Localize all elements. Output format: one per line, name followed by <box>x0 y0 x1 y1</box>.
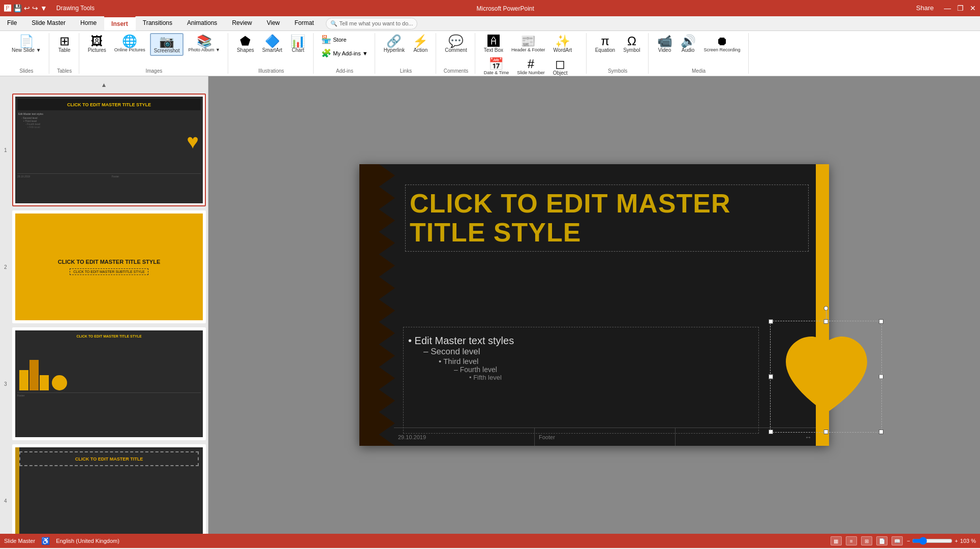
tab-animations[interactable]: Animations <box>180 16 225 30</box>
smartart-button[interactable]: 🔷 SmartArt <box>259 33 286 55</box>
my-addins-icon: 🧩 <box>321 48 331 58</box>
action-button[interactable]: ⚡ Action <box>409 33 432 55</box>
chart-button[interactable]: 📊 Chart <box>287 33 309 55</box>
ribbon-tabs: File Slide Master Home Insert Transition… <box>0 16 980 31</box>
new-slide-button[interactable]: 📄 New Slide ▼ <box>8 33 45 55</box>
tab-file[interactable]: File <box>0 16 24 30</box>
title-bar: 🅿 💾 ↩ ↪ ▼ Drawing Tools Microsoft PowerP… <box>0 0 980 16</box>
view-notes-button[interactable]: 📄 <box>876 536 887 545</box>
restore-button[interactable]: ❐ <box>957 4 964 12</box>
slide-thumb-3[interactable]: 3 CLICK TO EDIT MASTER TITLE STYLE Foote… <box>12 327 206 440</box>
online-pictures-icon: 🌐 <box>122 35 137 47</box>
close-button[interactable]: ✕ <box>970 4 976 12</box>
tab-slide-master[interactable]: Slide Master <box>24 16 73 30</box>
addins-group-label: Add-ins <box>336 68 353 74</box>
hyperlink-icon: 🔗 <box>386 35 402 47</box>
language-status: English (United Kingdom) <box>56 538 119 544</box>
redo-button[interactable]: ↪ <box>32 4 38 12</box>
tab-transitions[interactable]: Transitions <box>136 16 180 30</box>
hyperlink-button[interactable]: 🔗 Hyperlink <box>380 33 409 55</box>
tab-format[interactable]: Format <box>288 16 322 30</box>
thumb2-title: CLICK TO EDIT MASTER TITLE STYLE <box>53 259 165 265</box>
online-pictures-button[interactable]: 🌐 Online Pictures <box>111 33 149 54</box>
view-normal-button[interactable]: ▦ <box>831 536 842 545</box>
tab-view[interactable]: View <box>260 16 288 30</box>
minimize-button[interactable]: — <box>944 4 951 12</box>
date-time-icon: 📅 <box>488 58 504 70</box>
undo-button[interactable]: ↩ <box>24 4 30 12</box>
comment-button[interactable]: 💬 Comment <box>441 33 470 55</box>
slide-thumb-1[interactable]: 1 CLICK TO EDIT MASTER TITLE STYLE Edit … <box>12 94 206 206</box>
slide-number-button[interactable]: # Slide Number <box>513 56 548 77</box>
photo-album-button[interactable]: 📚 Photo Album ▼ <box>185 33 223 54</box>
comments-group-label: Comments <box>444 68 468 74</box>
canvas-title[interactable]: CLICK TO EDIT MASTER TITLE STYLE <box>405 185 809 252</box>
object-button[interactable]: ◻ Object <box>549 56 571 78</box>
drawing-tools-label: Drawing Tools <box>56 5 95 12</box>
text-level-5: • Fifth level <box>408 374 754 381</box>
slide-thumb-4[interactable]: 4 CLICK TO EDIT MASTER TITLE <box>12 444 206 534</box>
comment-icon: 💬 <box>448 35 464 47</box>
slide-number-icon: # <box>528 58 534 70</box>
accessibility-icon: ♿ <box>41 537 50 545</box>
wordart-button[interactable]: ✨ WordArt <box>550 33 576 55</box>
my-addins-button[interactable]: 🧩 My Add-ins ▼ <box>319 47 370 59</box>
view-slide-sorter-button[interactable]: ⊞ <box>861 536 872 545</box>
pictures-icon: 🖼 <box>91 35 103 47</box>
thumb3-title: CLICK TO EDIT MASTER TITLE STYLE <box>17 332 201 340</box>
slide-canvas[interactable]: CLICK TO EDIT MASTER TITLE STYLE • Edit … <box>359 164 829 446</box>
title-bar-left: 🅿 💾 ↩ ↪ ▼ Drawing Tools <box>4 4 95 12</box>
handle-bc[interactable] <box>824 430 829 434</box>
video-button[interactable]: 📹 Video <box>654 33 676 55</box>
thumb-inner-2: CLICK TO EDIT MASTER TITLE STYLE CLICK T… <box>15 214 203 320</box>
main-area[interactable]: CLICK TO EDIT MASTER TITLE STYLE • Edit … <box>208 76 980 534</box>
view-outline-button[interactable]: ≡ <box>846 536 857 545</box>
handle-br[interactable] <box>879 430 883 434</box>
audio-button[interactable]: 🔊 Audio <box>677 33 699 55</box>
ribbon-content: 📄 New Slide ▼ Slides ⊞ Table Tables 🖼 Pi <box>0 31 980 76</box>
heart-container[interactable] <box>770 321 882 433</box>
customize-button[interactable]: ▼ <box>40 4 47 12</box>
equation-button[interactable]: π Equation <box>592 33 619 55</box>
slide-thumb-2[interactable]: 2 CLICK TO EDIT MASTER TITLE STYLE CLICK… <box>12 210 206 323</box>
tab-insert[interactable]: Insert <box>104 16 136 30</box>
screenshot-icon: 📷 <box>159 36 174 48</box>
text-level-2: – Second level <box>408 347 754 357</box>
ribbon-group-tables: ⊞ Table Tables <box>50 33 79 74</box>
shapes-button[interactable]: ⬟ Shapes <box>233 33 258 55</box>
status-bar: Slide Master ♿ English (United Kingdom) … <box>0 534 980 548</box>
pictures-button[interactable]: 🖼 Pictures <box>84 33 110 55</box>
tell-me-input[interactable]: 🔍 Tell me what you want to do... <box>326 18 418 29</box>
footer-text: Footer <box>535 428 676 446</box>
screenshot-button[interactable]: 📷 Screenshot <box>150 33 184 56</box>
date-time-button[interactable]: 📅 Date & Time <box>480 56 513 77</box>
symbol-button[interactable]: Ω Symbol <box>620 33 644 55</box>
header-footer-button[interactable]: 📰 Header & Footer <box>508 33 549 54</box>
zoom-in-button[interactable]: + <box>955 538 958 544</box>
header-footer-icon: 📰 <box>520 35 536 47</box>
zoom-slider[interactable] <box>912 537 953 545</box>
tab-home[interactable]: Home <box>73 16 104 30</box>
save-button[interactable]: 💾 <box>13 4 22 12</box>
tab-review[interactable]: Review <box>225 16 259 30</box>
handle-tc[interactable] <box>824 319 829 324</box>
text-box-button[interactable]: 🅰 Text Box <box>480 33 507 55</box>
media-group-label: Media <box>692 68 706 74</box>
ribbon-group-images: 🖼 Pictures 🌐 Online Pictures 📷 Screensho… <box>80 33 228 74</box>
view-reading-button[interactable]: 📖 <box>892 536 903 545</box>
store-button[interactable]: 🏪 Store <box>319 33 349 46</box>
slide-panel[interactable]: ▲ 1 CLICK TO EDIT MASTER TITLE STYLE Edi… <box>0 76 208 534</box>
slide-master-status: Slide Master <box>4 538 35 544</box>
screen-recording-button[interactable]: ⏺ Screen Recording <box>700 33 744 54</box>
table-button[interactable]: ⊞ Table <box>54 33 75 55</box>
slide-number-2: 2 <box>4 264 7 270</box>
zoom-out-button[interactable]: − <box>907 538 910 544</box>
handle-tl[interactable] <box>769 319 773 324</box>
handle-mr[interactable] <box>879 375 883 379</box>
heart-shape <box>776 326 877 428</box>
handle-ml[interactable] <box>769 375 773 379</box>
share-button[interactable]: Share <box>916 4 934 12</box>
scroll-up-arrow[interactable]: ▲ <box>2 80 206 89</box>
handle-tr[interactable] <box>879 319 883 324</box>
status-right: ▦ ≡ ⊞ 📄 📖 − + 103 % <box>831 536 976 545</box>
